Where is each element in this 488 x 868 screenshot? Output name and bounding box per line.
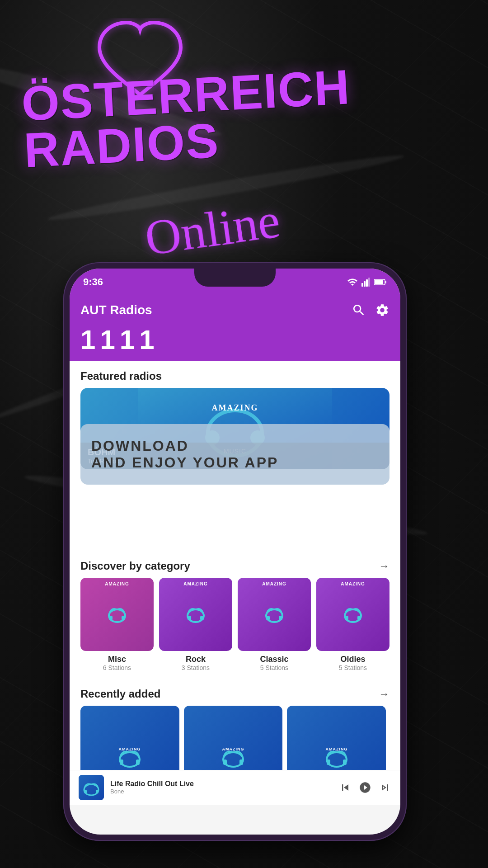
category-oldies[interactable]: AMAZING Oldies 5 Stations xyxy=(316,578,389,671)
content-area: Featured radios xyxy=(70,361,400,805)
player-controls[interactable] xyxy=(339,781,391,794)
app-title-block: ÖSTERREICH RADIOS xyxy=(20,64,354,174)
player-thumbnail xyxy=(79,775,104,800)
category-classic-thumb: AMAZING xyxy=(238,578,311,651)
svg-rect-36 xyxy=(327,760,330,765)
svg-rect-21 xyxy=(266,616,270,620)
svg-rect-18 xyxy=(188,616,191,620)
categories-section-header: Discover by category → xyxy=(70,551,400,578)
download-overlay: DOWNLOAD AND ENJOY YOUR APP xyxy=(80,424,389,485)
app-header: AUT Radios xyxy=(70,296,400,326)
svg-rect-16 xyxy=(122,616,125,620)
svg-rect-3 xyxy=(366,279,368,287)
player-subtitle: Bone xyxy=(110,788,333,795)
svg-rect-1 xyxy=(361,283,363,287)
svg-rect-15 xyxy=(109,616,113,620)
headphones-rock-icon xyxy=(184,603,207,626)
featured-section-header: Featured radios xyxy=(70,361,400,388)
status-icons xyxy=(347,277,387,288)
categories-grid: AMAZING Misc 6 Stations xyxy=(70,578,400,671)
numbers-bar: 1 1 1 1 xyxy=(70,326,400,361)
svg-rect-28 xyxy=(120,760,123,765)
app-header-icons[interactable] xyxy=(352,303,389,317)
svg-rect-32 xyxy=(223,760,227,765)
category-oldies-name: Oldies xyxy=(316,655,389,664)
phone-mockup: 9:36 xyxy=(63,262,407,841)
category-classic[interactable]: AMAZING Classic 5 Stations xyxy=(238,578,311,671)
category-misc-count: 6 Stations xyxy=(80,664,154,671)
settings-icon[interactable] xyxy=(375,303,389,317)
svg-rect-41 xyxy=(96,790,99,793)
svg-rect-2 xyxy=(364,281,366,287)
category-oldies-amazing: AMAZING xyxy=(341,581,365,586)
svg-rect-38 xyxy=(79,775,104,800)
svg-text:AMAZING: AMAZING xyxy=(325,747,347,751)
number-1: 1 xyxy=(80,326,95,354)
categories-section: Discover by category → AMAZING xyxy=(70,551,400,671)
headphones-misc-icon xyxy=(106,603,128,626)
headphones-classic-icon xyxy=(263,603,286,626)
svg-rect-19 xyxy=(200,616,204,620)
categories-title: Discover by category xyxy=(80,560,190,572)
category-misc-name: Misc xyxy=(80,655,154,664)
recently-title: Recently added xyxy=(80,688,160,700)
category-classic-count: 5 Stations xyxy=(238,664,311,671)
svg-rect-40 xyxy=(84,790,87,793)
phone-outer: 9:36 xyxy=(63,262,407,841)
category-rock[interactable]: AMAZING Rock 3 Stations xyxy=(159,578,232,671)
category-rock-amazing: AMAZING xyxy=(183,581,208,586)
category-classic-name: Classic xyxy=(238,655,311,664)
svg-rect-6 xyxy=(375,280,383,284)
featured-section-title: Featured radios xyxy=(80,370,162,382)
svg-text:AMAZING: AMAZING xyxy=(222,747,244,751)
category-misc[interactable]: AMAZING Misc 6 Stations xyxy=(80,578,154,671)
player-title: Life Radio Chill Out Live xyxy=(110,780,333,788)
category-oldies-thumb: AMAZING xyxy=(316,578,389,651)
download-text-main: DOWNLOAD xyxy=(91,438,379,454)
categories-arrow[interactable]: → xyxy=(379,560,389,572)
svg-rect-4 xyxy=(368,278,370,287)
skip-back-icon[interactable] xyxy=(339,781,352,794)
category-rock-name: Rock xyxy=(159,655,232,664)
recently-thumb-3-icon: AMAZING xyxy=(321,739,352,771)
bottom-player: Life Radio Chill Out Live Bone xyxy=(70,770,400,805)
category-rock-count: 3 Stations xyxy=(159,664,232,671)
category-rock-thumb: AMAZING xyxy=(159,578,232,651)
svg-rect-24 xyxy=(345,616,348,620)
recently-thumb-2-icon: AMAZING xyxy=(217,739,249,771)
category-oldies-count: 5 Stations xyxy=(316,664,389,671)
recently-section-header: Recently added → xyxy=(70,679,400,706)
signal-icon xyxy=(361,278,371,287)
status-time: 9:36 xyxy=(83,276,103,288)
wifi-icon xyxy=(347,277,358,288)
svg-rect-22 xyxy=(279,616,282,620)
category-misc-amazing: AMAZING xyxy=(105,581,129,586)
player-thumb-svg xyxy=(79,775,104,800)
recently-arrow[interactable]: → xyxy=(379,688,389,700)
number-3: 1 xyxy=(120,326,135,354)
svg-text:AMAZING: AMAZING xyxy=(119,747,141,751)
recently-thumb-1-icon: AMAZING xyxy=(114,739,145,771)
svg-text:AMAZING: AMAZING xyxy=(212,403,258,412)
download-text-sub: AND ENJOY YOUR APP xyxy=(91,454,379,471)
svg-rect-29 xyxy=(136,760,140,765)
app-header-title: AUT Radios xyxy=(80,303,152,317)
svg-rect-7 xyxy=(385,281,386,283)
search-icon[interactable] xyxy=(352,303,366,317)
number-2: 1 xyxy=(100,326,115,354)
number-4: 1 xyxy=(139,326,154,354)
category-misc-thumb: AMAZING xyxy=(80,578,154,651)
play-icon[interactable] xyxy=(359,781,371,794)
skip-forward-icon[interactable] xyxy=(379,781,391,794)
player-info: Life Radio Chill Out Live Bone xyxy=(110,780,333,795)
svg-rect-25 xyxy=(357,616,361,620)
svg-rect-37 xyxy=(343,760,347,765)
category-classic-amazing: AMAZING xyxy=(262,581,286,586)
svg-rect-33 xyxy=(239,760,243,765)
phone-inner: 9:36 xyxy=(70,269,400,835)
phone-notch xyxy=(194,269,276,287)
headphones-oldies-icon xyxy=(342,603,364,626)
battery-icon xyxy=(374,278,387,286)
